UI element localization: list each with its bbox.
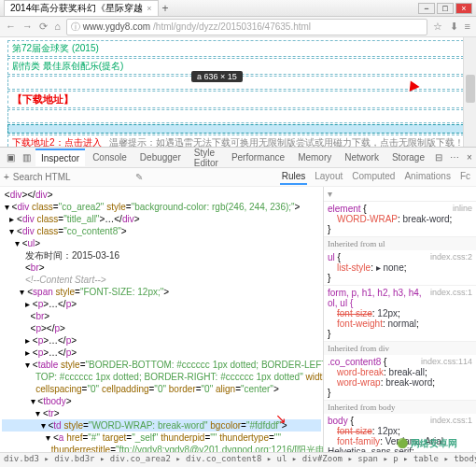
watermark: 🟢 网络安卓网 <box>397 437 457 450</box>
download-icon[interactable]: ⬇ <box>448 21 460 32</box>
red-arrow-icon: ↘ <box>275 413 287 425</box>
inspect-icon[interactable]: ▣ <box>4 152 18 163</box>
styles-panel[interactable]: ▾ inline element { WORD-WRAP: break-word… <box>323 187 476 452</box>
globe-icon: ⓘ <box>71 21 80 34</box>
element-tooltip: a 636 × 15 <box>191 71 243 82</box>
award-title: 第72届金球奖 (2015) <box>7 40 469 57</box>
page-scrollbar[interactable] <box>463 37 476 147</box>
back-button[interactable]: ← <box>4 21 18 32</box>
url-host: www.ygdy8.com <box>83 21 150 32</box>
download-link-2[interactable]: 下载地址2：点击进入 <box>12 137 102 148</box>
tab-performance[interactable]: Performance <box>226 149 290 165</box>
filter-styles-input[interactable]: ▾ <box>324 187 476 202</box>
styles-tab-computed[interactable]: Computed <box>350 169 397 185</box>
styles-tab-layout[interactable]: Layout <box>313 169 344 185</box>
download-header: 【下载地址】 <box>7 91 469 108</box>
devtools-dock-icon[interactable]: ⊟ <box>432 152 445 163</box>
inherited-from-body: Inherited from body <box>324 401 476 414</box>
devtools-search-row: + ✎ Rules Layout Computed Animations Fc <box>0 168 476 187</box>
style-rule-cocontent: index.css:114 .co_content8 { word-break:… <box>324 355 476 401</box>
new-tab-button[interactable]: + <box>162 2 169 15</box>
window-titlebar: 2014年高分获奖科幻《星际穿越 × + − □ × <box>0 0 476 17</box>
highlighted-element[interactable] <box>7 124 469 134</box>
style-rule-form: index.css:1 form, p, h1, h2, h3, h4, ol,… <box>324 286 476 342</box>
eyedropper-icon[interactable]: ✎ <box>135 172 143 182</box>
window-minimize-button[interactable]: − <box>418 3 435 14</box>
dom-breadcrumb[interactable]: div.bd3 ▸ div.bd3r ▸ div.co_area2 ▸ div.… <box>0 452 476 467</box>
window-maximize-button[interactable]: □ <box>437 3 454 14</box>
tab-title: 2014年高分获奖科幻《星际穿越 <box>10 2 143 15</box>
devtools-options-icon[interactable]: ⋯ <box>447 152 462 163</box>
window-close-button[interactable]: × <box>455 3 472 14</box>
home-button[interactable]: ⌂ <box>52 21 63 32</box>
bookmark-icon[interactable]: ☆ <box>431 21 444 32</box>
spacer2 <box>7 109 469 123</box>
dom-tree[interactable]: <div></div> ▾ <div class="co_area2" styl… <box>0 187 323 452</box>
menu-icon[interactable]: ≡ <box>463 21 472 32</box>
styles-tab-animations[interactable]: Animations <box>402 169 452 185</box>
forward-button[interactable]: → <box>21 21 35 32</box>
tab-style-editor[interactable]: Style Editor <box>189 145 224 171</box>
tab-storage[interactable]: Storage <box>386 149 430 165</box>
page-content: 第72届金球奖 (2015) 剧情类 最佳原创配乐(提名) 【下载地址】 a 6… <box>0 37 476 148</box>
add-element-button[interactable]: + <box>4 172 9 182</box>
styles-tab-fonts[interactable]: Fc <box>458 169 472 185</box>
responsive-icon[interactable]: ▥ <box>20 152 34 163</box>
devtools-tabs: ▣ ▥ Inspector Console Debugger Style Edi… <box>0 148 476 168</box>
styles-tab-rules[interactable]: Rules <box>280 169 308 185</box>
browser-tab[interactable]: 2014年高分获奖科幻《星际穿越 × <box>4 0 159 16</box>
tab-debugger[interactable]: Debugger <box>134 149 187 165</box>
inherited-from-div: Inherited from div <box>324 342 476 355</box>
address-bar: ← → ⟳ ⌂ ⓘ www.ygdy8.com/html/gndy/dyzz/2… <box>0 17 476 37</box>
selected-dom-node: ▾ <td style="WORD-WRAP: break-word" bgco… <box>2 419 321 432</box>
reload-button[interactable]: ⟳ <box>37 21 49 32</box>
inherited-from-ul: Inherited from ul <box>324 237 476 250</box>
tab-close-icon[interactable]: × <box>147 4 151 13</box>
search-html-input[interactable] <box>13 172 132 182</box>
url-field[interactable]: ⓘ www.ygdy8.com/html/gndy/dyzz/20150316/… <box>66 19 428 35</box>
style-rule-ul: index.css:2 ul { list-style: ▸ none;} <box>324 250 476 286</box>
tab-memory[interactable]: Memory <box>292 149 337 165</box>
devtools-close-icon[interactable]: × <box>464 152 475 163</box>
tab-console[interactable]: Console <box>87 149 133 165</box>
scrollbar-thumb[interactable] <box>466 75 475 103</box>
tab-inspector[interactable]: Inspector <box>35 149 85 166</box>
url-path: /html/gndy/dyzz/20150316/47635.html <box>153 21 311 32</box>
devtools-panel: ▣ ▥ Inspector Console Debugger Style Edi… <box>0 148 476 467</box>
dl-row-2: 下载地址2：点击进入 温馨提示：如遇迅雷无法下载可换用无限制版尝试或用磁力下载，… <box>7 134 469 148</box>
style-rule-element: inline element { WORD-WRAP: break-word;} <box>324 202 476 237</box>
download-tip: 温馨提示：如遇迅雷无法下载可换用无限制版尝试或用磁力下载，点击无限制版下载！ <box>109 137 464 148</box>
tab-network[interactable]: Network <box>339 149 385 165</box>
